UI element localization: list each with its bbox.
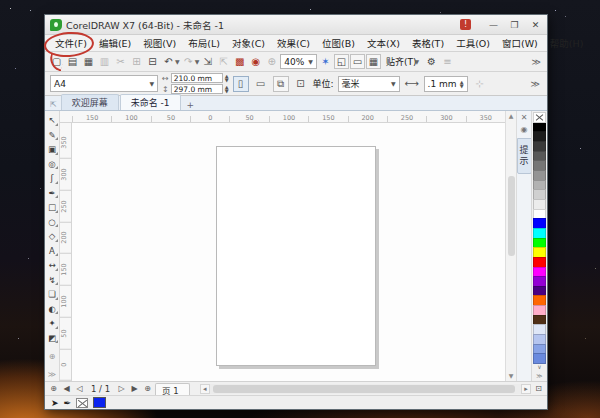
- menu-item-file[interactable]: 文件(F): [49, 34, 93, 52]
- freehand-tool[interactable]: ʃ: [46, 171, 59, 186]
- undo-dropdown-icon[interactable]: ▼: [175, 58, 180, 65]
- height-spinner[interactable]: ▲▼: [225, 85, 229, 93]
- hints-docker-tab[interactable]: 提示: [517, 138, 532, 174]
- polygon-tool[interactable]: ◇: [46, 229, 59, 244]
- docker-pin-icon[interactable]: ◉: [521, 124, 528, 136]
- color-swatch-no-color[interactable]: [533, 112, 546, 123]
- show-rulers-icon[interactable]: ▭: [350, 54, 365, 69]
- horizontal-scroll-thumb[interactable]: [213, 385, 515, 393]
- scroll-right-icon[interactable]: ▸: [521, 384, 531, 394]
- menu-item-bitmaps[interactable]: 位图(B): [316, 34, 361, 52]
- zoom-level-select[interactable]: 40%▼: [280, 54, 317, 69]
- scroll-up-icon[interactable]: ▲: [509, 111, 514, 121]
- shape-tool[interactable]: ✎: [46, 128, 59, 143]
- previous-page-icon[interactable]: ◁: [74, 384, 85, 393]
- menu-item-effects[interactable]: 效果(C): [271, 34, 316, 52]
- vertical-scroll-thumb[interactable]: [508, 176, 515, 256]
- palette-flyout-icon[interactable]: ≫: [533, 372, 546, 381]
- outline-none-indicator[interactable]: [76, 398, 88, 408]
- toolbox-add-button[interactable]: ⊕: [49, 352, 56, 363]
- palette-scroll-down-icon[interactable]: ∨: [533, 363, 546, 372]
- rectangle-tool[interactable]: □: [46, 200, 59, 215]
- propbar-overflow-button[interactable]: ≫: [531, 79, 542, 89]
- width-spinner[interactable]: ▲▼: [225, 74, 229, 82]
- dimension-tool[interactable]: ↔: [46, 258, 59, 273]
- canvas[interactable]: [72, 123, 505, 381]
- nudge-distance-input[interactable]: .1 mm ▲▼: [424, 76, 468, 92]
- fill-color-indicator[interactable]: [93, 397, 106, 408]
- scroll-down-icon[interactable]: ▼: [509, 371, 514, 381]
- nudge-spinner[interactable]: ▲▼: [460, 80, 464, 88]
- maximize-button[interactable]: ❐: [506, 18, 523, 31]
- eyedropper-tool[interactable]: ✦: [46, 316, 59, 331]
- snap-to-dropdown[interactable]: 贴齐(T) ▼: [382, 55, 423, 68]
- menu-item-object[interactable]: 对象(C): [226, 34, 271, 52]
- horizontal-scrollbar[interactable]: ◂ ▸: [200, 384, 531, 394]
- new-icon[interactable]: ▢: [49, 54, 64, 69]
- current-page-button[interactable]: ⊡: [293, 76, 309, 92]
- undo-icon[interactable]: ↶: [161, 54, 176, 69]
- minimize-button[interactable]: —: [485, 18, 502, 31]
- close-button[interactable]: ✕: [527, 18, 544, 31]
- options-icon[interactable]: ⚙: [424, 54, 439, 69]
- horizontal-ruler[interactable]: 15010050050100150200250300350: [60, 111, 505, 123]
- navigator-icon[interactable]: ⊡: [533, 384, 544, 393]
- landscape-button[interactable]: ▭: [253, 76, 269, 92]
- zoom-tool[interactable]: ◎: [46, 157, 59, 172]
- add-page-end-icon[interactable]: ⊕: [142, 384, 153, 393]
- toolbox-overflow-button[interactable]: ≫: [48, 370, 56, 381]
- show-grid-icon[interactable]: ▦: [366, 54, 381, 69]
- menu-item-help[interactable]: 帮助(H): [544, 34, 590, 52]
- next-page-icon[interactable]: ▷: [116, 384, 127, 393]
- portrait-button[interactable]: ▯: [233, 76, 249, 92]
- add-page-icon[interactable]: ⊕: [48, 384, 59, 393]
- page-width-input[interactable]: 210.0 mm: [171, 73, 223, 83]
- artistic-media-tool[interactable]: ✒: [46, 186, 59, 201]
- quick-customize-icon[interactable]: ⇱: [48, 100, 61, 110]
- menu-item-view[interactable]: 视图(V): [137, 34, 182, 52]
- text-tool[interactable]: A: [46, 244, 59, 259]
- redo-dropdown-icon[interactable]: ▼: [195, 58, 200, 65]
- toolbar-overflow-button[interactable]: ≫: [532, 57, 543, 67]
- membership-icon[interactable]: !: [460, 19, 471, 30]
- ellipse-tool[interactable]: ○: [46, 215, 59, 230]
- save-icon[interactable]: ▦: [81, 54, 96, 69]
- pick-tool[interactable]: ↖: [46, 113, 59, 128]
- welcome-screen-icon[interactable]: ◉: [248, 54, 263, 69]
- all-pages-button[interactable]: ⧉: [273, 76, 289, 92]
- zoom-relative-icon[interactable]: ✶: [318, 54, 333, 69]
- menu-item-table[interactable]: 表格(T): [406, 34, 450, 52]
- page-tab[interactable]: 页 1: [155, 383, 190, 395]
- horizontal-scroll-track[interactable]: [210, 384, 521, 394]
- new-tab-button[interactable]: +: [182, 100, 200, 110]
- menu-item-window[interactable]: 窗口(W): [496, 34, 544, 52]
- menu-item-text[interactable]: 文本(X): [361, 34, 406, 52]
- vertical-ruler[interactable]: 350300250200150100500: [60, 123, 72, 381]
- drawing-page[interactable]: [216, 146, 376, 366]
- open-icon[interactable]: ▤: [65, 54, 80, 69]
- page-height-input[interactable]: 297.0 mm: [171, 84, 223, 94]
- crop-tool[interactable]: ▣: [46, 142, 59, 157]
- vertical-scrollbar[interactable]: ▲ ▼: [505, 111, 516, 381]
- docker-close-icon[interactable]: ✕: [521, 112, 528, 124]
- drop-shadow-tool[interactable]: ❏: [46, 287, 59, 302]
- document-tab-welcome[interactable]: 欢迎屏幕: [61, 94, 119, 110]
- menu-item-layout[interactable]: 布局(L): [182, 34, 226, 52]
- document-tab-untitled-1[interactable]: 未命名 -1: [120, 94, 181, 110]
- vertical-scroll-track[interactable]: [508, 121, 515, 371]
- last-page-icon[interactable]: ▶: [129, 384, 140, 393]
- import-icon[interactable]: ⇲: [200, 54, 215, 69]
- page-size-select[interactable]: A4 ▼: [50, 75, 158, 92]
- units-select[interactable]: 毫米 ▼: [338, 76, 400, 92]
- connector-tool[interactable]: ↯: [46, 273, 59, 288]
- interactive-fill-tool[interactable]: ◩: [46, 331, 59, 346]
- fullscreen-preview-icon[interactable]: ◱: [334, 54, 349, 69]
- transparency-tool[interactable]: ◐: [46, 302, 59, 317]
- menu-item-tools[interactable]: 工具(O): [450, 34, 496, 52]
- paste-icon[interactable]: ⊟: [145, 54, 160, 69]
- title-bar[interactable]: CorelDRAW X7 (64-Bit) - 未命名 -1 ! — ❐ ✕: [45, 15, 547, 35]
- application-launcher-icon[interactable]: ▩: [232, 54, 247, 69]
- menu-item-edit[interactable]: 编辑(E): [93, 34, 137, 52]
- first-page-icon[interactable]: ◀: [61, 384, 72, 393]
- scroll-left-icon[interactable]: ◂: [200, 384, 210, 394]
